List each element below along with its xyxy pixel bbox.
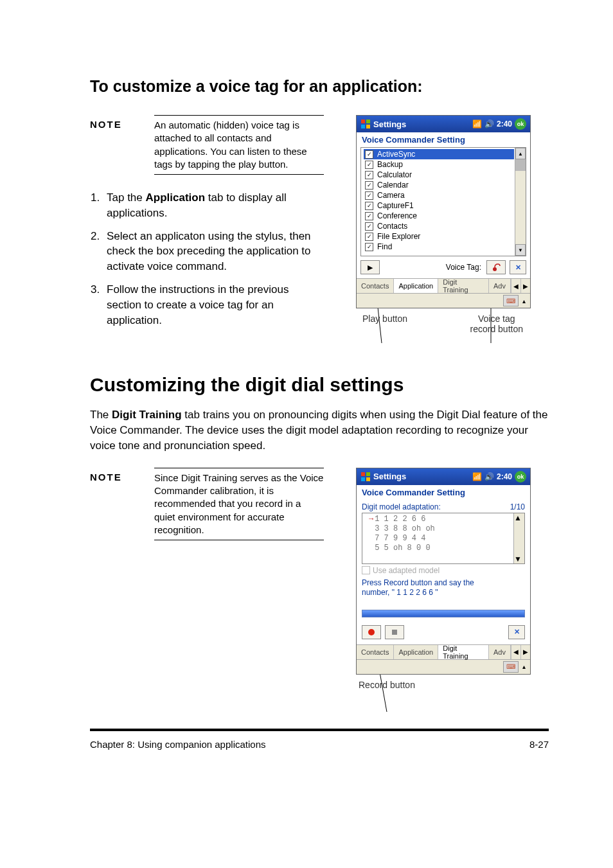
- digit-row[interactable]: →3 3 8 8 oh oh: [369, 524, 513, 534]
- scrollbar[interactable]: ▲ ▼: [515, 148, 526, 256]
- scrollbar-2[interactable]: ▲ ▼: [513, 513, 524, 563]
- svg-rect-9: [366, 472, 370, 476]
- list-item[interactable]: ✓CaptureF1: [364, 200, 514, 211]
- keyboard-icon[interactable]: ⌨: [503, 661, 519, 673]
- voice-tag-label: Voice Tag:: [384, 263, 483, 272]
- progress-bar: [362, 610, 525, 617]
- digit-row[interactable]: →5 5 oh 8 0 0: [369, 544, 513, 553]
- tab-advanced[interactable]: Adv: [489, 279, 511, 293]
- step-2: Select an applicaton using the stylus, t…: [103, 229, 324, 274]
- list-item[interactable]: ✓Calculator: [364, 170, 514, 180]
- note-label-2: NOTE: [90, 468, 141, 540]
- tab-scroll-right-icon[interactable]: ▶: [520, 645, 530, 659]
- use-adapted-row[interactable]: Use adapted model: [357, 564, 530, 577]
- ok-button-2[interactable]: ok: [515, 471, 526, 483]
- scroll-down-icon[interactable]: ▼: [515, 244, 526, 256]
- signal-icon: 📶: [472, 120, 482, 128]
- callout-record-tag-l2: record button: [470, 324, 524, 334]
- digit-row-label: 7 7 9 9 4 4: [375, 534, 425, 543]
- tab-scroll-right-icon[interactable]: ▶: [520, 279, 530, 293]
- scroll-up-icon[interactable]: ▲: [515, 148, 526, 159]
- list-item-label: Calendar: [377, 181, 409, 190]
- callout-record-button: Record button: [356, 680, 529, 690]
- tab-scroll-left-icon[interactable]: ◀: [511, 645, 520, 659]
- list-item[interactable]: ✓Conference: [364, 211, 514, 221]
- svg-point-6: [493, 267, 497, 271]
- play-button[interactable]: ▶: [360, 260, 380, 274]
- wm-screenshot-2: Settings 📶 🔊 2:40 ok Voice Commander Set…: [356, 468, 531, 675]
- digit-counter: 1/10: [510, 502, 525, 511]
- list-item[interactable]: ✓File Explorer: [364, 231, 514, 242]
- tab-application-2[interactable]: Application: [394, 645, 438, 659]
- list-item[interactable]: ✓Backup: [364, 159, 514, 170]
- svg-rect-8: [361, 472, 365, 476]
- tab-scroll-left-icon[interactable]: ◀: [511, 279, 520, 293]
- scroll-down-icon[interactable]: ▼: [514, 554, 524, 563]
- digit-listbox[interactable]: →1 1 2 2 6 6 →3 3 8 8 oh oh →7 7 9 9 4 4…: [362, 513, 525, 564]
- tab-digit-training-2[interactable]: Digit Training: [438, 645, 489, 659]
- list-item[interactable]: ✓Camera: [364, 190, 514, 200]
- wm-screenshot-1: Settings 📶 🔊 2:40 ok Voice Commander Set…: [356, 115, 531, 308]
- list-item[interactable]: ✓ActiveSync: [364, 149, 514, 159]
- record-button[interactable]: [362, 625, 381, 639]
- use-adapted-checkbox[interactable]: [362, 566, 370, 574]
- footer-left: Chapter 8: Using companion applications: [90, 739, 266, 750]
- stop-button[interactable]: [385, 625, 404, 639]
- sip-up-icon[interactable]: ▴: [520, 663, 528, 670]
- svg-rect-2: [361, 120, 365, 123]
- step1-b: Application: [146, 191, 206, 204]
- list-item[interactable]: ✓Contacts: [364, 221, 514, 231]
- steps-list: Tap the Application tab to display all a…: [90, 190, 324, 328]
- scroll-up-icon[interactable]: ▲: [514, 513, 524, 522]
- list-item-label: Contacts: [377, 222, 407, 231]
- scroll-thumb[interactable]: [515, 159, 526, 171]
- application-listbox[interactable]: ✓ActiveSync ✓Backup ✓Calculator ✓Calenda…: [360, 147, 526, 256]
- tab-contacts-2[interactable]: Contacts: [357, 645, 394, 659]
- ok-button[interactable]: ok: [515, 118, 526, 130]
- svg-rect-11: [366, 477, 370, 481]
- digit-hint-l1: Press Record button and say the: [362, 578, 474, 587]
- delete-recording-button[interactable]: ✕: [508, 625, 525, 639]
- wm-title-2: Settings: [373, 472, 406, 481]
- svg-rect-13: [392, 630, 397, 635]
- list-item[interactable]: ✓Calendar: [364, 180, 514, 190]
- scroll-thumb[interactable]: [514, 522, 524, 531]
- svg-rect-10: [361, 477, 365, 481]
- tab-contacts[interactable]: Contacts: [357, 279, 394, 293]
- start-flag-icon[interactable]: [360, 472, 371, 482]
- wm-bottombar: ⌨ ▴: [357, 293, 530, 308]
- wm-titlebar: Settings 📶 🔊 2:40 ok: [357, 116, 530, 132]
- start-flag-icon[interactable]: [360, 119, 371, 129]
- wm-titlebar-2: Settings 📶 🔊 2:40 ok: [357, 468, 530, 485]
- delete-voice-tag-button[interactable]: ✕: [510, 260, 526, 274]
- list-item[interactable]: ✓Find: [364, 242, 514, 252]
- tab-application[interactable]: Application: [394, 279, 438, 293]
- svg-rect-3: [366, 120, 370, 123]
- signal-icon: 📶: [472, 472, 482, 481]
- keyboard-icon[interactable]: ⌨: [503, 295, 519, 306]
- note-block-1: NOTE An automatic (hidden) voice tag is …: [90, 115, 324, 175]
- para-a: The: [90, 409, 112, 421]
- list-item-label: CaptureF1: [377, 201, 414, 210]
- list-item-label: ActiveSync: [377, 150, 415, 159]
- page-footer: Chapter 8: Using companion applications …: [90, 729, 549, 750]
- tab-digit-training[interactable]: Digit Training: [438, 279, 489, 293]
- step-3: Follow the instructions in the previous …: [103, 282, 324, 328]
- digit-row[interactable]: →7 7 9 9 4 4: [369, 534, 513, 544]
- para-b: Digit Training: [112, 409, 182, 421]
- tab-advanced-2[interactable]: Adv: [489, 645, 511, 659]
- note-label: NOTE: [90, 115, 141, 175]
- digit-row-label: 1 1 2 2 6 6: [375, 515, 425, 524]
- list-item-label: Conference: [377, 211, 417, 220]
- digit-row[interactable]: →1 1 2 2 6 6: [369, 515, 513, 524]
- sip-up-icon[interactable]: ▴: [520, 297, 528, 305]
- callout-play: Play button: [362, 314, 407, 334]
- voice-tag-record-button[interactable]: [486, 260, 506, 274]
- svg-rect-4: [361, 125, 365, 128]
- step-1: Tap the Application tab to display all a…: [103, 190, 324, 221]
- callout-row-1: Play button Voice tag record button: [356, 314, 529, 334]
- digit-field-label: Digit model adaptation:: [362, 502, 441, 511]
- svg-point-12: [368, 629, 375, 635]
- callout-record-tag: Voice tag record button: [470, 314, 524, 334]
- note2-text: Since Digit Training serves as the Voice…: [154, 468, 324, 540]
